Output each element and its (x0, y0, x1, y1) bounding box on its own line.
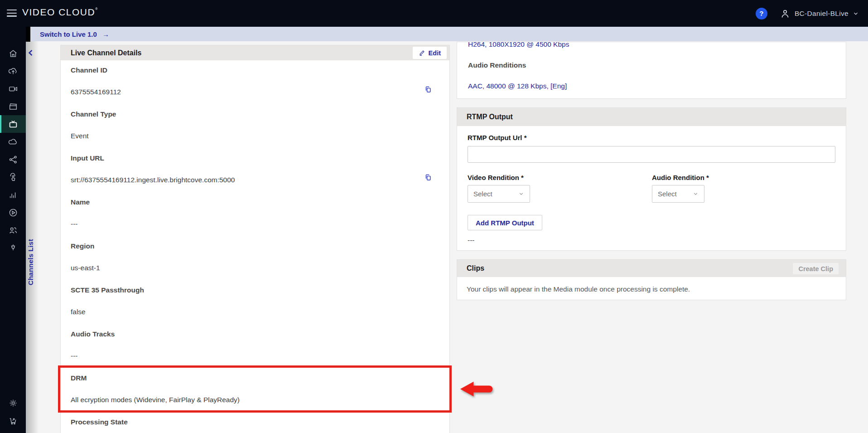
sidebar-item-analytics[interactable] (0, 186, 26, 204)
field-value: All ecryption modes (Widevine, FairPlay … (71, 396, 240, 404)
field-channel-id: Channel ID 6375554169112 (61, 60, 449, 104)
sidebar-item-integrations[interactable] (0, 239, 26, 257)
rtmp-card-header: RTMP Output (457, 108, 846, 126)
sidebar-item-live[interactable] (0, 115, 26, 133)
plug-icon (8, 243, 18, 253)
field-label: Input URL (71, 154, 104, 162)
field-label: Channel Type (71, 110, 116, 118)
share-icon (8, 155, 18, 165)
sidebar-item-settings[interactable] (0, 394, 26, 412)
edit-button[interactable]: Edit (413, 47, 447, 59)
rtmp-card-title: RTMP Output (467, 113, 513, 121)
chevron-down-icon (693, 191, 699, 197)
field-value: us-east-1 (71, 264, 100, 272)
trademark-symbol: ® (95, 7, 98, 10)
field-name: Name --- (61, 192, 449, 236)
video-rendition-label: Video Rendition * (468, 174, 524, 181)
sidebar-item-social[interactable] (0, 151, 26, 168)
rtmp-url-label: RTMP Output Url * (468, 134, 527, 141)
switch-banner: Switch to Live 1.0→ (30, 27, 868, 41)
sidebar-item-interactivity[interactable] (0, 168, 26, 186)
details-card-title: Live Channel Details (71, 49, 142, 57)
hamburger-menu-icon[interactable] (7, 10, 17, 17)
sidebar-item-audience[interactable] (0, 221, 26, 239)
field-value: false (71, 308, 86, 316)
sidebar-item-media[interactable] (0, 97, 26, 115)
video-rendition-link[interactable]: H264, 1080X1920 @ 4500 Kbps (468, 42, 569, 49)
switch-to-live1-link[interactable]: Switch to Live 1.0→ (40, 30, 109, 38)
collapse-panel-button[interactable] (28, 49, 34, 57)
help-icon[interactable]: ? (756, 8, 767, 19)
panel-edge-shadow (26, 41, 39, 433)
live-tv-icon (8, 119, 18, 129)
field-value: srt://6375554169112.ingest.live.brightco… (71, 176, 235, 184)
field-label: Audio Tracks (71, 330, 115, 338)
add-rtmp-output-button[interactable]: Add RTMP Output (468, 215, 542, 230)
chevron-down-icon (518, 191, 524, 197)
field-label: Channel ID (71, 66, 107, 74)
arrow-right-icon: → (102, 30, 109, 38)
video-camera-icon (8, 84, 18, 94)
app-logo: VIDEO CLOUD® (22, 7, 98, 18)
field-value: 6375554169112 (71, 88, 121, 96)
clapperboard-icon (8, 102, 18, 112)
field-channel-type: Channel Type Event (61, 104, 449, 148)
create-clip-button[interactable]: Create Clip (793, 263, 839, 274)
sidebar-corner-notch (26, 27, 30, 42)
cloud-icon (8, 137, 18, 147)
main-content: Channels List Live Channel Details Edit … (26, 41, 868, 433)
field-label: Region (71, 242, 95, 250)
user-name: BC-Daniel-BLive (795, 10, 849, 18)
rtmp-outputs-empty-value: --- (468, 236, 475, 244)
copy-input-url-button[interactable] (424, 173, 432, 181)
field-value: --- (71, 220, 78, 228)
user-menu[interactable]: BC-Daniel-BLive (780, 8, 859, 19)
renditions-card: H264, 1080X1920 @ 4500 Kbps Audio Rendit… (457, 42, 846, 99)
field-drm: DRM All ecryption modes (Widevine, FairP… (61, 368, 449, 412)
clips-card-header: Clips Create Clip (457, 260, 846, 277)
sidebar-item-media-capture[interactable] (0, 80, 26, 97)
field-label: Name (71, 198, 90, 206)
copy-channel-id-button[interactable] (424, 85, 432, 93)
audio-renditions-heading: Audio Renditions (468, 61, 526, 69)
field-region: Region us-east-1 (61, 236, 449, 280)
red-arrow-annotation (458, 380, 496, 398)
cloud-upload-icon (8, 66, 18, 76)
user-avatar-icon (780, 8, 791, 19)
sidebar-item-marketplace[interactable] (0, 412, 26, 429)
audio-rendition-link[interactable]: AAC, 48000 @ 128 Kbps, [Eng] (468, 82, 567, 90)
field-scte35-passthrough: SCTE 35 Passthrough false (61, 280, 449, 324)
field-value: --- (71, 352, 78, 360)
channels-list-tab[interactable]: Channels List (27, 239, 34, 285)
field-input-url: Input URL srt://6375554169112.ingest.liv… (61, 148, 449, 192)
details-card-header: Live Channel Details Edit (61, 45, 449, 60)
clips-message: Your clips will appear in the Media modu… (467, 285, 690, 293)
live-channel-details-card: Live Channel Details Edit Channel ID 637… (60, 45, 450, 433)
rtmp-output-card: RTMP Output RTMP Output Url * Video Rend… (457, 107, 846, 251)
users-icon (8, 225, 18, 235)
field-label: SCTE 35 Passthrough (71, 286, 144, 294)
play-circle-icon (8, 208, 18, 218)
module-sidebar (0, 27, 26, 433)
touch-pointer-icon (8, 172, 18, 182)
cart-icon (8, 416, 18, 426)
field-label: Processing State (71, 418, 128, 426)
field-value: Event (71, 132, 89, 140)
home-icon (8, 49, 18, 58)
select-placeholder: Select (473, 190, 492, 198)
audio-rendition-select[interactable]: Select (652, 185, 704, 203)
top-bar: VIDEO CLOUD® ? BC-Daniel-BLive (0, 0, 868, 27)
pencil-icon (419, 49, 425, 56)
sidebar-item-players[interactable] (0, 204, 26, 221)
field-processing-state: Processing State (61, 412, 449, 433)
clips-card: Clips Create Clip Your clips will appear… (457, 259, 846, 300)
video-rendition-select[interactable]: Select (468, 185, 530, 203)
sidebar-item-upload[interactable] (0, 62, 26, 80)
chevron-down-icon (853, 10, 859, 17)
field-label: DRM (71, 374, 87, 382)
clips-card-title: Clips (467, 264, 484, 272)
sidebar-item-cloud[interactable] (0, 133, 26, 151)
rtmp-url-input[interactable] (468, 146, 835, 163)
sidebar-item-home[interactable] (0, 44, 26, 62)
select-placeholder: Select (658, 190, 677, 198)
